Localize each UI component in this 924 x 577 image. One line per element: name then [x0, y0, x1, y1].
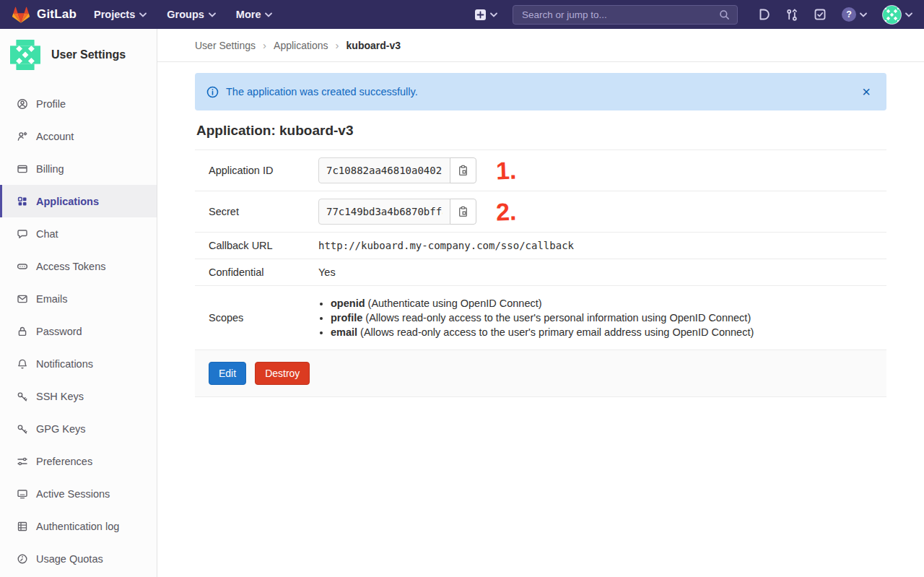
breadcrumb-user-settings[interactable]: User Settings	[195, 40, 256, 51]
plus-square-icon	[474, 9, 487, 21]
chevron-down-icon	[490, 12, 497, 17]
clipboard-icon	[458, 206, 468, 217]
sidebar-item-label: Password	[36, 326, 82, 337]
gitlab-home-link[interactable]: GitLab	[12, 5, 77, 24]
sidebar-item-ssh-keys[interactable]: SSH Keys	[0, 380, 157, 412]
sidebar-item-applications[interactable]: Applications	[0, 185, 157, 217]
menu-groups[interactable]: Groups	[167, 9, 216, 20]
avatar-identicon	[883, 6, 901, 24]
help-menu-button[interactable]: ?	[842, 7, 867, 22]
key-icon	[17, 391, 28, 402]
alert-message: The application was created successfully…	[226, 86, 418, 97]
gauge-icon	[17, 553, 28, 565]
user-avatar	[882, 5, 902, 25]
user-menu-button[interactable]	[882, 5, 912, 25]
todos-button[interactable]	[814, 8, 827, 21]
main-content: User Settings › Applications › kuboard-v…	[157, 29, 924, 577]
gitlab-logo-icon	[12, 5, 30, 24]
issues-icon	[757, 8, 770, 21]
secret-input[interactable]	[318, 199, 450, 225]
scope-desc: (Authenticate using OpenID Connect)	[365, 298, 542, 309]
sidebar-item-usage-quotas[interactable]: Usage Quotas	[0, 542, 157, 575]
sidebar-item-profile[interactable]: Profile	[0, 87, 157, 120]
destroy-button[interactable]: Destroy	[255, 362, 310, 385]
chevron-down-icon	[139, 12, 147, 17]
sidebar-item-label: Chat	[36, 228, 58, 240]
sidebar-item-notifications[interactable]: Notifications	[0, 347, 157, 380]
log-table-icon	[17, 521, 28, 532]
merge-requests-button[interactable]	[785, 8, 798, 21]
envelope-icon	[17, 293, 28, 305]
step-annotation-2: 2.	[495, 199, 517, 225]
breadcrumb-applications[interactable]: Applications	[274, 40, 328, 51]
key-icon	[17, 423, 28, 435]
chevron-down-icon	[265, 12, 272, 17]
chevron-down-icon	[905, 12, 912, 17]
new-menu-button[interactable]	[474, 9, 497, 21]
settings-sidebar: User Settings Profile Account Billing Ap…	[0, 29, 157, 577]
token-icon	[17, 261, 28, 272]
callback-url-value: http://kuboard.my-company.com/sso/callba…	[318, 240, 574, 251]
sidebar-item-label: Active Sessions	[36, 488, 110, 500]
sidebar-item-chat[interactable]: Chat	[0, 217, 157, 250]
edit-button[interactable]: Edit	[209, 362, 246, 385]
row-scopes: Scopes openid (Authenticate using OpenID…	[195, 286, 886, 350]
copy-application-id-button[interactable]	[450, 157, 476, 183]
chat-bubble-icon	[17, 228, 28, 240]
application-details-table: Application ID 1. S	[195, 149, 886, 350]
row-application-id: Application ID 1.	[195, 150, 886, 191]
sidebar-menu: Profile Account Billing Applications Cha…	[0, 87, 157, 575]
sidebar-item-gpg-keys[interactable]: GPG Keys	[0, 412, 157, 445]
search-input[interactable]	[520, 9, 713, 21]
sidebar-item-label: Applications	[36, 196, 99, 207]
scope-item: profile (Allows read-only access to the …	[331, 311, 754, 325]
menu-more[interactable]: More	[236, 9, 273, 20]
chevron-down-icon	[209, 12, 216, 17]
bell-icon	[17, 358, 28, 370]
sidebar-item-active-sessions[interactable]: Active Sessions	[0, 477, 157, 510]
todo-check-icon	[814, 8, 827, 21]
sidebar-item-label: Billing	[36, 163, 64, 175]
global-search[interactable]	[513, 5, 738, 25]
scope-item: email (Allows read-only access to the us…	[331, 325, 754, 339]
success-alert: The application was created successfully…	[195, 73, 886, 110]
sidebar-item-access-tokens[interactable]: Access Tokens	[0, 250, 157, 282]
sidebar-item-label: Notifications	[36, 358, 93, 370]
sidebar-item-password[interactable]: Password	[0, 315, 157, 347]
account-icon	[17, 131, 28, 142]
sidebar-item-label: Access Tokens	[36, 261, 105, 272]
sidebar-item-emails[interactable]: Emails	[0, 282, 157, 315]
main-menu: Projects Groups More	[94, 9, 272, 20]
lock-icon	[17, 326, 28, 337]
issues-button[interactable]	[757, 8, 770, 21]
monitor-icon	[17, 488, 28, 500]
top-navbar: GitLab Projects Groups More	[0, 0, 924, 29]
sidebar-item-label: Emails	[36, 293, 68, 305]
sidebar-item-authentication-log[interactable]: Authentication log	[0, 510, 157, 542]
row-label: Application ID	[209, 165, 318, 176]
scope-name: email	[331, 326, 357, 338]
sidebar-item-label: Profile	[36, 98, 66, 110]
sidebar-item-account[interactable]: Account	[0, 120, 157, 152]
sidebar-title: User Settings	[51, 48, 126, 61]
sidebar-item-preferences[interactable]: Preferences	[0, 445, 157, 477]
application-id-input[interactable]	[318, 157, 450, 183]
avatar-identicon	[10, 40, 40, 70]
clipboard-icon	[458, 165, 468, 176]
menu-projects[interactable]: Projects	[94, 9, 147, 20]
user-avatar-large	[10, 40, 40, 70]
applications-icon	[17, 196, 28, 207]
menu-more-label: More	[236, 9, 261, 20]
search-icon	[719, 9, 730, 20]
sidebar-item-label: GPG Keys	[36, 423, 86, 435]
sidebar-item-billing[interactable]: Billing	[0, 152, 157, 185]
row-confidential: Confidential Yes	[195, 259, 886, 286]
alert-close-button[interactable]: ×	[858, 84, 875, 100]
credit-card-icon	[17, 163, 28, 175]
scope-name: openid	[331, 298, 365, 309]
sidebar-item-label: Preferences	[36, 456, 92, 467]
profile-icon	[17, 98, 28, 110]
scope-desc: (Allows read-only access to the user's p…	[357, 326, 754, 338]
menu-projects-label: Projects	[94, 9, 135, 20]
copy-secret-button[interactable]	[450, 199, 476, 225]
